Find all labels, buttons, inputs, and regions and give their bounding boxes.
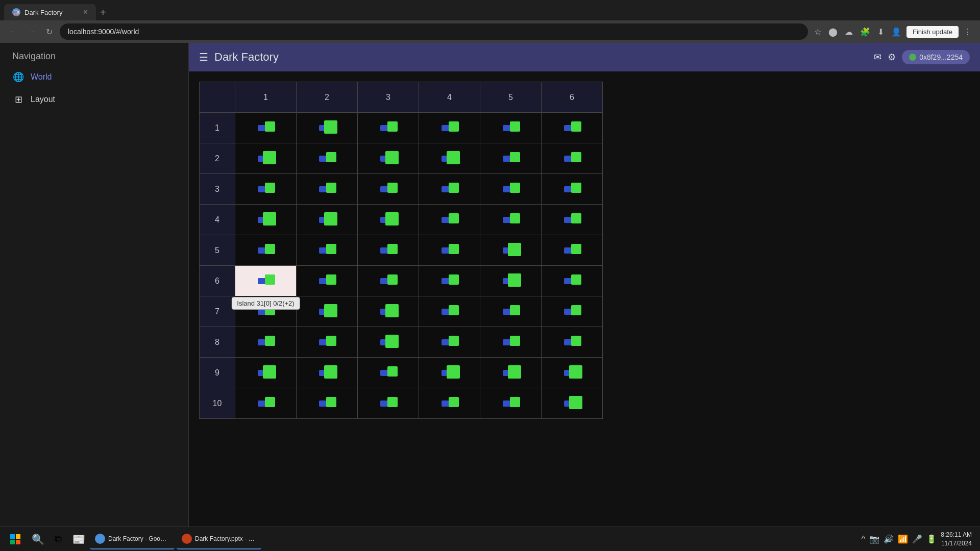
chrome-taskbar-app[interactable]: Dark Factory - Google C [90,529,175,549]
cell-8-6[interactable] [542,327,603,358]
start-button[interactable] [4,528,27,550]
cell-3-4[interactable] [419,174,480,205]
cell-6-6[interactable] [542,266,603,296]
cell-3-5[interactable] [480,174,542,205]
cell-2-4[interactable] [419,143,480,174]
active-tab[interactable]: 🏭 Dark Factory × [4,4,96,20]
new-tab-button[interactable]: + [96,7,110,18]
chevron-icon[interactable]: ^ [862,535,866,544]
extension-button[interactable]: ⬤ [826,25,840,39]
cell-10-1[interactable] [235,388,297,419]
taskbar-icon-2[interactable]: 🔊 [884,534,894,544]
cell-4-6[interactable] [542,205,603,235]
cell-10-2[interactable] [297,388,358,419]
battery-icon[interactable]: 🔋 [926,534,937,544]
chrome-app-label: Dark Factory - Google C [108,535,169,542]
extensions-button[interactable]: 🧩 [858,25,872,39]
cell-3-2[interactable] [297,174,358,205]
cell-9-1[interactable] [235,358,297,388]
bookmark-button[interactable]: ☆ [812,25,823,39]
downloads-button[interactable]: ⬇ [875,25,886,39]
mic-icon[interactable]: 🎤 [912,534,922,544]
cell-7-2[interactable] [297,296,358,327]
sync-button[interactable]: ☁ [843,25,855,39]
cell-2-2[interactable] [297,143,358,174]
back-button[interactable]: ← [6,25,20,38]
tab-close-button[interactable]: × [83,8,88,16]
cell-9-3[interactable] [358,358,419,388]
cell-6-4[interactable] [419,266,480,296]
wallet-button[interactable]: 0x8f29...2254 [902,50,970,64]
profile-button[interactable]: 👤 [889,25,903,39]
cell-4-5[interactable] [480,205,542,235]
green-square-icon [263,151,276,164]
grid-container[interactable]: 123456123456Island 31[0] 0/2(+2)78910 [189,71,980,551]
col-header-5: 5 [480,82,542,113]
menu-button[interactable]: ⋮ [962,25,974,39]
cell-2-5[interactable] [480,143,542,174]
cell-5-1[interactable] [235,235,297,266]
cell-8-4[interactable] [419,327,480,358]
cell-6-1[interactable]: Island 31[0] 0/2(+2) [235,266,297,296]
cell-6-2[interactable] [297,266,358,296]
cell-4-3[interactable] [358,205,419,235]
cell-7-4[interactable] [419,296,480,327]
cell-10-4[interactable] [419,388,480,419]
address-bar[interactable] [60,23,808,40]
sidebar-nav-label: Navigation [0,43,188,66]
cell-1-5[interactable] [480,113,542,143]
search-taskbar-icon[interactable]: 🔍 [29,530,47,548]
cell-2-3[interactable] [358,143,419,174]
cell-9-2[interactable] [297,358,358,388]
cell-1-1[interactable] [235,113,297,143]
taskbar-icon-1[interactable]: 📷 [869,534,879,544]
cell-10-6[interactable] [542,388,603,419]
forward-button[interactable]: → [24,25,39,38]
green-square-icon [265,183,275,193]
cell-1-4[interactable] [419,113,480,143]
cell-2-6[interactable] [542,143,603,174]
green-square-icon [571,244,581,254]
cell-5-6[interactable] [542,235,603,266]
cell-4-2[interactable] [297,205,358,235]
cell-7-5[interactable] [480,296,542,327]
cell-8-5[interactable] [480,327,542,358]
cell-10-5[interactable] [480,388,542,419]
cell-4-4[interactable] [419,205,480,235]
finish-update-button[interactable]: Finish update [906,26,959,38]
cell-7-3[interactable] [358,296,419,327]
widgets-icon[interactable]: 📰 [69,530,88,548]
cell-3-6[interactable] [542,174,603,205]
cell-9-4[interactable] [419,358,480,388]
cell-6-5[interactable] [480,266,542,296]
cell-1-6[interactable] [542,113,603,143]
cell-5-3[interactable] [358,235,419,266]
green-square-icon [571,183,581,193]
powerpoint-taskbar-app[interactable]: Dark Factory.pptx - Pow [177,529,261,549]
hamburger-button[interactable]: ☰ [199,51,208,63]
cell-6-3[interactable] [358,266,419,296]
sidebar-item-world[interactable]: 🌐 World [0,66,188,88]
cell-3-3[interactable] [358,174,419,205]
cell-5-5[interactable] [480,235,542,266]
cell-4-1[interactable] [235,205,297,235]
reload-button[interactable]: ↻ [43,25,56,39]
cell-3-1[interactable] [235,174,297,205]
settings-button[interactable]: ⚙ [888,52,896,63]
cell-2-1[interactable] [235,143,297,174]
cell-9-5[interactable] [480,358,542,388]
cell-8-2[interactable] [297,327,358,358]
cell-7-6[interactable] [542,296,603,327]
cell-10-3[interactable] [358,388,419,419]
cell-8-1[interactable] [235,327,297,358]
cell-9-6[interactable] [542,358,603,388]
cell-8-3[interactable] [358,327,419,358]
mail-button[interactable]: ✉ [874,52,881,63]
sidebar-item-layout[interactable]: ⊞ Layout [0,88,188,111]
network-icon[interactable]: 📶 [898,534,908,544]
cell-1-2[interactable] [297,113,358,143]
task-view-icon[interactable]: ⧉ [49,530,67,548]
cell-1-3[interactable] [358,113,419,143]
cell-5-4[interactable] [419,235,480,266]
cell-5-2[interactable] [297,235,358,266]
